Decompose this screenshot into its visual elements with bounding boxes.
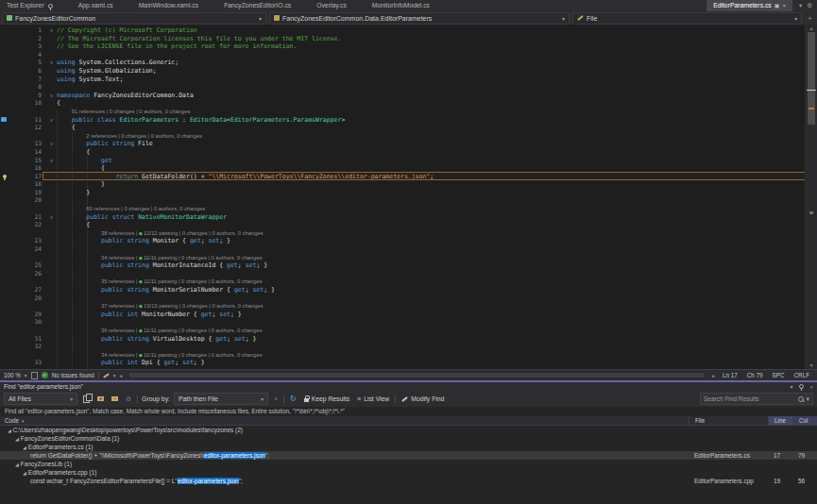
test-marker-icon[interactable] <box>1 117 7 122</box>
tab-test-explorer[interactable]: Test Explorer <box>0 0 60 11</box>
tab-mainwindow-xaml-cs[interactable]: MainWindow.xaml.cs <box>132 0 205 11</box>
fold-column <box>46 245 57 254</box>
tab-options-gear-icon[interactable]: ⚙ <box>807 2 812 9</box>
horizontal-scrollbar-thumb[interactable] <box>129 373 705 378</box>
expand-all-button[interactable]: + <box>95 396 106 401</box>
code-text: // See the LICENSE file in the project r… <box>57 42 806 51</box>
tree-expand-icon[interactable]: ◢ <box>15 462 19 467</box>
keep-results-button[interactable]: Keep Results <box>302 395 351 402</box>
fold-column <box>46 343 57 351</box>
fold-chevron-icon[interactable]: ∨ <box>46 140 57 148</box>
codelens-row[interactable]: 38 references | ● 12/12 passing | 0 chan… <box>0 229 806 238</box>
fold-chevron-icon[interactable]: ∨ <box>46 92 57 100</box>
codelens-row[interactable]: 35 references | ● 11/11 passing | 0 chan… <box>0 277 806 286</box>
collapse-all-button[interactable]: - <box>110 396 120 401</box>
result-group-row[interactable]: ◢FancyZonesEditorCommon\Data (1) <box>0 434 817 443</box>
scroll-up-icon[interactable]: ▴ <box>806 25 817 32</box>
document-list-chevron-icon[interactable]: ▾ <box>799 2 802 9</box>
pin-window-icon[interactable] <box>799 384 804 389</box>
result-group-row[interactable]: ◢EditorParameters.cpp (1) <box>0 468 817 477</box>
line-number: 13 <box>9 140 46 148</box>
cleanup-chevron-icon[interactable]: ▾ <box>113 373 116 378</box>
tree-expand-icon[interactable]: ◢ <box>23 470 26 476</box>
member-dropdown[interactable]: File ▾ <box>572 12 802 25</box>
split-window-icon[interactable]: + <box>805 14 815 23</box>
line-ending-indicator[interactable]: CRLF <box>794 372 809 378</box>
code-text: public string MonitorInstanceId { get; s… <box>57 261 806 270</box>
codelens-row[interactable]: 91 references | 0 changes | 0 authors, 0… <box>0 108 806 116</box>
settings-button[interactable]: ⚙ <box>124 395 133 403</box>
result-text: const wchar_t FancyZonesEditorParameters… <box>0 477 689 485</box>
scrollbar-thumb[interactable] <box>808 32 815 125</box>
refresh-button[interactable]: ↻ <box>288 395 298 403</box>
result-group-row[interactable]: ◢C:\Users\zhaopengwang\Desktop\powertoys… <box>0 426 817 434</box>
codelens-row[interactable]: 34 references | ● 11/11 passing | 0 chan… <box>0 351 806 360</box>
fold-chevron-icon[interactable]: ∨ <box>46 157 57 165</box>
document-health-icon[interactable] <box>31 372 38 379</box>
vertical-scrollbar[interactable]: ▴ ▾ <box>805 25 817 369</box>
fold-chevron-icon[interactable]: ∨ <box>46 26 57 35</box>
fold-chevron-icon[interactable]: ∨ <box>46 116 57 125</box>
search-find-results-input[interactable]: Search Find Results ▾ <box>700 393 813 405</box>
scroll-down-icon[interactable]: ▾ <box>806 361 817 369</box>
zoom-chevron-icon[interactable]: ▾ <box>25 373 27 378</box>
result-match-row[interactable]: return GetDataFolder() + "\\Microsoft\\P… <box>0 451 817 460</box>
codelens-row[interactable]: 36 references | ● 11/11 passing | 0 chan… <box>0 327 806 335</box>
close-icon[interactable]: × <box>782 3 786 8</box>
lightbulb-icon[interactable] <box>3 175 7 178</box>
column-header-line[interactable]: Line <box>768 416 792 425</box>
code-area[interactable]: 1∨// Copyright (c) Microsoft Corporation… <box>0 25 806 369</box>
codelens-row[interactable]: 60 references | 0 changes | 0 authors, 0… <box>0 205 806 213</box>
list-view-button[interactable]: ≡ List View <box>355 395 391 402</box>
codelens-row[interactable]: 2 references | 0 changes | 0 authors, 0 … <box>0 132 806 141</box>
tab-monitorinfomodel-cs[interactable]: MonitorInfoModel.cs <box>366 0 436 11</box>
tree-expand-icon[interactable]: ◢ <box>8 428 11 433</box>
glyph-margin <box>0 51 9 59</box>
horizontal-scrollbar[interactable] <box>128 372 706 378</box>
type-dropdown[interactable]: FancyZonesEditorCommon.Data.EditorParame… <box>269 12 570 25</box>
close-window-icon[interactable]: × <box>809 384 813 390</box>
project-dropdown-value: FancyZonesEditorCommon <box>15 15 95 22</box>
code-line-13: 13∨ public string File <box>0 140 806 148</box>
chevron-down-icon[interactable]: ▾ <box>807 395 809 403</box>
fold-chevron-icon[interactable]: ∨ <box>46 213 57 222</box>
column-header-col[interactable]: Col <box>792 416 817 425</box>
project-dropdown[interactable]: FancyZonesEditorCommon ▾ <box>2 12 266 25</box>
tab-app-xaml-cs[interactable]: App.xaml.cs <box>72 0 120 11</box>
fold-chevron-icon[interactable]: ∨ <box>46 59 57 67</box>
clear-results-icon[interactable]: × <box>272 395 280 402</box>
line-indicator[interactable]: Ln 17 <box>723 372 738 378</box>
copy-results-button[interactable] <box>81 395 92 403</box>
tab-fancyzoneseditorio-cs[interactable]: FancyZonesEditorIO.cs <box>217 0 298 11</box>
code-cleanup-broom-icon[interactable] <box>103 373 110 378</box>
column-header-file[interactable]: File <box>689 416 768 425</box>
tree-expand-icon[interactable]: ◢ <box>15 436 19 442</box>
tab-overlay-cs[interactable]: Overlay.cs <box>310 0 353 11</box>
section-tab-code[interactable]: Code ▾ <box>0 417 689 424</box>
group-by-dropdown[interactable]: Path then File ▾ <box>174 393 268 405</box>
scope-dropdown[interactable]: All Files ▾ <box>4 393 77 405</box>
spaces-indicator[interactable]: SPC <box>773 372 785 378</box>
result-group-row[interactable]: ◢EditorParameters.cs (1) <box>0 443 817 451</box>
keep-open-icon[interactable]: ▣ <box>774 3 780 8</box>
codelens-row[interactable]: 37 references | ● 13/13 passing | 0 chan… <box>0 302 806 311</box>
column-indicator[interactable]: Ch 79 <box>747 372 763 378</box>
scroll-left-icon[interactable]: ◂ <box>120 373 123 378</box>
scroll-right-icon[interactable]: ▸ <box>712 373 715 378</box>
result-text: ◢EditorParameters.cs (1) <box>0 443 689 451</box>
tab-editorparameters-cs[interactable]: EditorParameters.cs ▣ × <box>706 0 792 11</box>
result-group-row[interactable]: ◢FancyZonesLib (1) <box>0 460 817 468</box>
glyph-margin <box>0 76 9 84</box>
line-number: 22 <box>9 221 46 229</box>
zoom-level[interactable]: 100 % <box>4 372 21 378</box>
modify-find-button[interactable]: Modify Find <box>400 395 446 402</box>
window-position-chevron-icon[interactable]: ▾ <box>790 383 792 390</box>
codelens-row[interactable]: 34 references | ● 11/11 passing | 0 chan… <box>0 254 806 262</box>
code-line-14: 14 { <box>0 148 806 157</box>
find-results-titlebar[interactable]: Find "editor-parameters.json" ▾ × <box>0 382 817 391</box>
result-match-row[interactable]: const wchar_t FancyZonesEditorParameters… <box>0 477 817 485</box>
pin-icon[interactable] <box>48 4 53 8</box>
tree-expand-icon[interactable]: ◢ <box>23 445 26 450</box>
line-number: 7 <box>9 76 46 84</box>
issues-status[interactable]: No issues found <box>52 372 94 378</box>
